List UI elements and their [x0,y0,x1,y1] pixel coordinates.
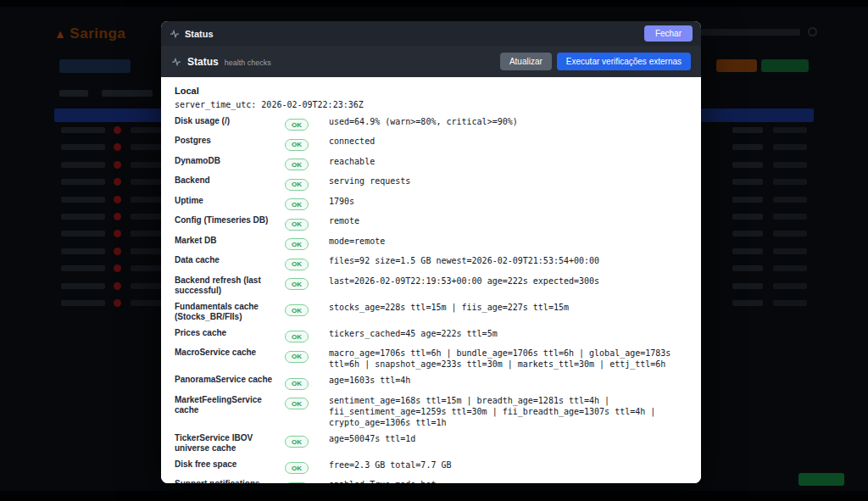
row-badge-cell: OK [281,459,329,475]
status-badge: OK [285,482,309,484]
row-label: Config (Timeseries DB) [175,214,281,226]
refresh-button[interactable]: Atualizar [500,53,552,70]
row-value: used=64.9% (warn>=80%, critical>=90%) [329,115,687,127]
close-button[interactable]: Fechar [644,25,693,42]
row-value: 1790s [329,195,687,207]
row-value: free=2.3 GB total=7.7 GB [329,459,687,470]
health-check-row: Disk free space OK free=2.3 GB total=7.7… [175,456,687,476]
health-check-row: Config (Timeseries DB) OK remote [175,213,687,233]
section-title: Local [175,86,687,96]
health-check-row: Postgres OK connected [175,133,687,153]
status-badge: OK [285,351,309,363]
row-label: Uptime [175,195,281,207]
row-label: Backend refresh (last successful) [175,275,281,297]
row-badge-cell: OK [281,394,329,410]
row-value: age=1603s ttl=4h [329,374,687,386]
activity-icon [171,57,181,67]
status-badge: OK [285,259,309,270]
row-badge-cell: OK [281,214,329,231]
status-badge: OK [285,304,309,316]
row-label: Disk free space [175,459,281,470]
row-label: MacroService cache [175,347,281,359]
row-badge-cell: OK [281,254,329,270]
health-check-row: Prices cache OK tickers_cached=45 age=22… [175,325,687,345]
status-badge: OK [285,331,309,342]
row-value: remote [329,214,687,226]
row-badge-cell: OK [281,478,329,483]
modal-title-wrap: Status [170,29,214,39]
row-badge-cell: OK [281,374,329,390]
status-badge: OK [285,219,309,231]
row-value: sentiment_age=168s ttl=15m | breadth_age… [329,394,687,428]
health-check-row: TickerService IBOV universe cache OK age… [175,430,687,456]
status-badge: OK [285,278,309,290]
row-badge-cell: OK [281,235,329,251]
modal-header: Status Fechar [161,21,701,46]
health-checks-scroll-area[interactable]: Local server_time_utc: 2026-02-09T22:23:… [161,77,701,483]
row-badge-cell: OK [281,327,329,343]
row-value: tickers_cached=45 age=222s ttl=5m [329,327,687,339]
row-badge-cell: OK [281,135,329,151]
row-label: DynamoDB [175,155,281,167]
subheader-title-wrap: Status health checks [171,56,271,68]
status-heading: Status [187,56,219,68]
activity-icon [170,29,180,39]
status-modal: Status Fechar Status health checks Atual… [161,21,701,483]
row-label: Fundamentals cache (Stocks_BR/FIIs) [175,301,281,323]
row-label: PanoramaService cache [175,374,281,386]
row-badge-cell: OK [281,195,329,211]
status-badge: OK [285,139,309,151]
row-value: macro_age=1706s ttl=6h | bundle_age=1706… [329,347,687,370]
health-check-row: Fundamentals cache (Stocks_BR/FIIs) OK s… [175,298,687,325]
row-badge-cell: OK [281,347,329,363]
health-rows: Disk usage (/) OK used=64.9% (warn>=80%,… [175,113,687,483]
status-badge: OK [285,179,309,191]
row-value: connected [329,135,687,147]
row-label: Data cache [175,254,281,266]
modal-title: Status [185,29,214,39]
health-check-row: PanoramaService cache OK age=1603s ttl=4… [175,372,687,392]
row-value: serving requests [329,175,687,186]
row-value: enabled=True mode=bot [329,478,687,483]
status-subheading: health checks [225,58,271,67]
row-value: age=50047s ttl=1d [329,432,687,444]
row-badge-cell: OK [281,432,329,448]
row-value: stocks_age=228s ttl=15m | fiis_age=227s … [329,301,687,313]
health-check-row: MarketFeelingService cache OK sentiment_… [175,392,687,430]
status-badge: OK [285,436,309,448]
row-badge-cell: OK [281,275,329,291]
health-check-row: DynamoDB OK reachable [175,153,687,173]
row-label: Disk usage (/) [175,115,281,127]
row-badge-cell: OK [281,301,329,317]
status-badge: OK [285,398,309,409]
subheader-buttons: Atualizar Executar verificações externas [500,53,691,70]
status-badge: OK [285,159,309,170]
status-badge: OK [285,198,309,210]
health-check-row: Uptime OK 1790s [175,192,687,213]
row-value: files=92 size=1.5 GB newest=2026-02-09T2… [329,254,687,266]
status-badge: OK [285,119,309,131]
row-badge-cell: OK [281,175,329,191]
row-label: TickerService IBOV universe cache [175,432,281,454]
health-check-row: Backend OK serving requests [175,173,687,193]
row-badge-cell: OK [281,155,329,171]
row-label: Postgres [175,135,281,147]
row-value: reachable [329,155,687,167]
row-badge-cell: OK [281,115,329,131]
health-check-row: Market DB OK mode=remote [175,232,687,253]
row-label: Market DB [175,235,281,247]
row-label: MarketFeelingService cache [175,394,281,416]
status-badge: OK [285,462,309,474]
modal-subheader: Status health checks Atualizar Executar … [161,46,701,77]
status-badge: OK [285,378,309,390]
run-external-checks-button[interactable]: Executar verificações externas [557,53,691,70]
row-label: Backend [175,175,281,186]
row-value: mode=remote [329,235,687,247]
health-check-row: MacroService cache OK macro_age=1706s tt… [175,345,687,372]
health-check-row: Disk usage (/) OK used=64.9% (warn>=80%,… [175,113,687,133]
server-time: server_time_utc: 2026-02-09T22:23:36Z [175,100,687,109]
health-check-row: Backend refresh (last successful) OK las… [175,272,687,298]
health-check-row: Data cache OK files=92 size=1.5 GB newes… [175,253,687,273]
status-badge: OK [285,238,309,250]
row-label: Support notifications [175,478,281,483]
